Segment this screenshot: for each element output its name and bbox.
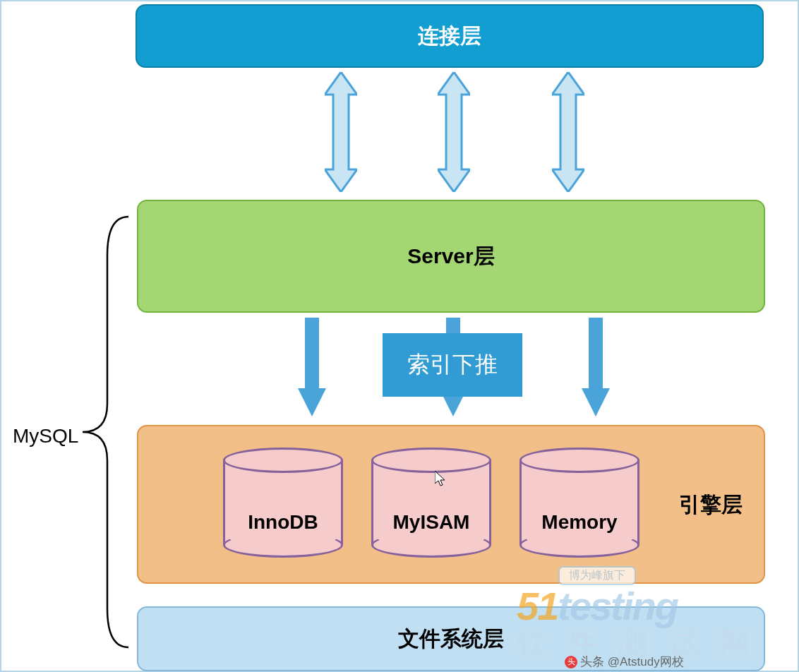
- engine-cylinder-memory: Memory: [519, 448, 639, 546]
- engine-label-innodb: InnoDB: [223, 511, 343, 534]
- down-arrow-icon: [582, 318, 610, 416]
- double-arrow-icon: [552, 72, 584, 192]
- svg-marker-1: [438, 72, 470, 192]
- toutiao-icon: 头: [565, 656, 577, 668]
- connection-layer-label: 连接层: [418, 22, 481, 51]
- attribution-text: 头 头条 @Atstudy网校: [565, 654, 684, 670]
- engine-cylinder-innodb: InnoDB: [223, 448, 343, 546]
- connection-layer-box: 连接层: [136, 4, 764, 68]
- bracket-icon: [79, 213, 128, 651]
- down-arrow-icon: [298, 318, 326, 416]
- svg-marker-5: [582, 318, 610, 416]
- index-pushdown-label: 索引下推: [407, 349, 498, 380]
- engine-layer-label: 引擎层: [679, 490, 743, 519]
- filesystem-layer-label: 文件系统层: [398, 625, 504, 654]
- watermark-badge: 博为峰旗下: [558, 566, 636, 585]
- engine-layer-box: InnoDB MyISAM Memory 引擎层: [137, 425, 765, 584]
- svg-marker-2: [552, 72, 584, 192]
- cursor-icon: [435, 471, 447, 491]
- svg-marker-3: [298, 318, 326, 416]
- mysql-side-label: MySQL: [13, 425, 78, 448]
- server-layer-box: Server层: [137, 200, 765, 313]
- engine-cylinder-myisam: MyISAM: [371, 448, 491, 546]
- diagram-canvas: 连接层 Server层 索引下推: [0, 0, 799, 672]
- double-arrow-icon: [438, 72, 470, 192]
- server-layer-label: Server层: [407, 242, 494, 271]
- index-pushdown-box: 索引下推: [383, 333, 522, 397]
- watermark: 博为峰旗下 51testing: [517, 566, 678, 626]
- svg-marker-0: [325, 72, 357, 192]
- engine-label-memory: Memory: [519, 511, 639, 534]
- watermark-brand: 51testing: [517, 587, 678, 626]
- engine-label-myisam: MyISAM: [371, 511, 491, 534]
- double-arrow-icon: [325, 72, 357, 192]
